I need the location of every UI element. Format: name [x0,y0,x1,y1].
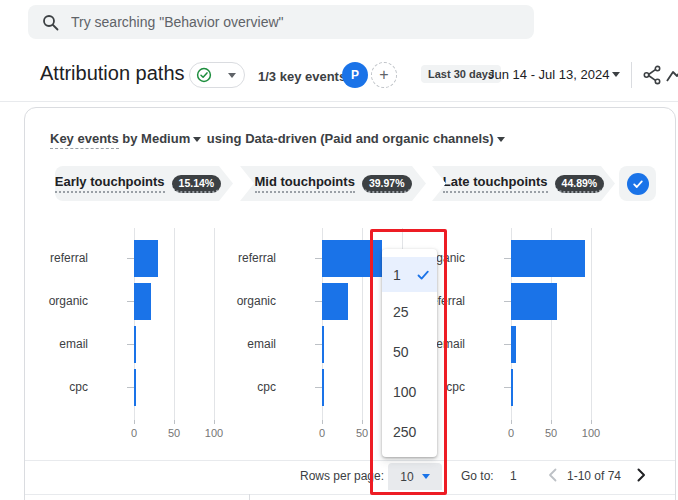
green-check-circle-icon [196,67,212,83]
report-status-pill[interactable] [189,62,245,88]
bar [134,369,136,406]
category-label: organic [24,294,88,308]
chevron-down-icon [193,137,201,142]
rows-option-25[interactable]: 25 [382,292,437,332]
go-to-label: Go to: [461,469,494,483]
rows-per-page-select[interactable]: 10 [388,463,442,490]
category-tick [127,301,134,302]
axis-tick [591,420,592,424]
tab-mid-touchpoints[interactable]: Mid touchpoints 39.97% [240,166,426,201]
key-events-selector-label: 1/3 key events [258,69,346,84]
page-title: Attribution paths [40,62,185,85]
share-icon[interactable] [641,64,663,86]
bar [322,283,348,320]
bar [134,283,151,320]
category-tick [127,344,134,345]
x-tick-label: 0 [119,427,149,439]
gridline [174,228,175,420]
pagination-range: 1-10 of 74 [567,469,621,483]
category-tick [315,301,322,302]
category-label: organic [212,294,276,308]
rows-option-label: 25 [393,304,409,320]
category-tick [127,258,134,259]
category-tick [315,387,322,388]
chevron-down-icon [228,73,236,78]
bar [511,369,513,406]
bar [511,326,516,363]
category-label: cpc [212,380,276,394]
header-rule [0,101,678,102]
rows-per-page-label: Rows per page: [300,469,384,483]
ga4-attribution-paths-screen: Attribution paths 1/3 key events P + Las… [0,0,678,500]
avatar[interactable]: P [342,62,368,88]
rows-per-page-dropdown-menu: 12550100250 [382,249,437,457]
blue-check-circle-icon [627,173,649,195]
axis-tick [511,420,512,424]
chevron-down-icon [497,137,505,142]
x-tick-label: 50 [536,427,566,439]
category-label: cpc [24,380,88,394]
table-top-divider [25,494,675,495]
bar [322,326,324,363]
tab-early-touchpoints[interactable]: Early touchpoints 15.14% [55,166,233,201]
chevron-down-icon [422,474,430,479]
axis-tick [362,420,363,424]
metric-term[interactable]: Key events [50,131,119,149]
previous-page-chevron-icon [548,468,558,482]
go-to-input[interactable]: 1 [510,469,517,483]
axis-tick [134,420,135,424]
category-label: referral [212,251,276,265]
axis-tick [551,420,552,424]
category-label: email [24,337,88,351]
category-tick [504,301,511,302]
rows-option-1[interactable]: 1 [382,257,437,292]
rows-option-100[interactable]: 100 [382,372,437,412]
search-input[interactable] [59,5,534,39]
gridline [591,228,592,420]
rows-option-label: 50 [393,344,409,360]
category-tick [315,344,322,345]
pagination-divider [25,460,675,461]
dimension-dropdown[interactable]: Medium [141,131,190,146]
bar [134,240,158,277]
rows-option-label: 250 [393,424,416,440]
bar [134,326,136,363]
insights-icon[interactable] [666,64,678,86]
axis-tick [322,420,323,424]
category-tick [504,344,511,345]
bar [322,369,324,406]
rows-option-50[interactable]: 50 [382,332,437,372]
model-dropdown[interactable]: Data-driven (Paid and organic channels) [245,131,494,146]
all-touchpoints-selected-toggle[interactable] [619,166,656,201]
bar [511,283,557,320]
category-tick [504,387,511,388]
x-tick-label: 0 [496,427,526,439]
x-tick-label: 0 [307,427,337,439]
header-divider [631,62,632,88]
tab-percentage-badge: 44.89% [555,175,605,193]
search-icon [42,14,59,31]
category-tick [315,258,322,259]
tab-percentage-badge: 15.14% [172,175,222,193]
rows-option-label: 1 [393,267,401,283]
bar-chart-early-touchpoints: 050100referralorganicemailcpc [24,228,229,443]
tab-label: Late touchpoints [443,174,548,193]
category-label: email [212,337,276,351]
axis-tick [174,420,175,424]
add-comparison-button[interactable]: + [371,62,397,88]
rows-option-250[interactable]: 250 [382,412,437,452]
category-tick [504,258,511,259]
category-tick [127,387,134,388]
tab-label: Mid touchpoints [255,174,355,193]
global-search-bar[interactable] [28,5,534,39]
x-tick-label: 50 [347,427,377,439]
tab-label: Early touchpoints [55,174,165,193]
next-page-chevron-icon[interactable] [636,468,646,482]
category-label: referral [24,251,88,265]
bar [322,240,382,277]
tab-late-touchpoints[interactable]: Late touchpoints 44.89% [432,166,615,201]
date-range-picker[interactable]: Jun 14 - Jul 13, 2024 [488,67,609,82]
rows-option-label: 100 [393,384,416,400]
chevron-down-icon [612,72,620,77]
selected-check-icon [416,268,430,282]
